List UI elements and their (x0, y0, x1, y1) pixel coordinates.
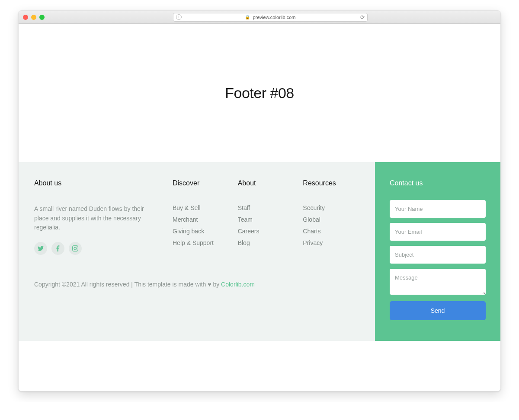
contact-panel: Contact us Send (375, 162, 500, 341)
reload-icon[interactable]: ⟳ (360, 14, 365, 20)
link-blog[interactable]: Blog (238, 239, 250, 246)
close-icon[interactable] (23, 15, 28, 20)
link-buy-sell[interactable]: Buy & Sell (173, 204, 201, 211)
link-careers[interactable]: Careers (238, 228, 260, 235)
hero: Footer #08 (19, 24, 500, 162)
link-charts[interactable]: Charts (303, 228, 320, 235)
discover-heading: Discover (173, 179, 229, 187)
link-team[interactable]: Team (238, 216, 253, 223)
subject-input[interactable] (390, 246, 486, 264)
about-heading: About us (34, 179, 155, 187)
link-global[interactable]: Global (303, 216, 320, 223)
page-title: Footer #08 (225, 85, 294, 102)
facebook-icon[interactable] (51, 242, 64, 255)
colorlib-link[interactable]: Colorlib.com (221, 281, 255, 288)
message-input[interactable] (390, 269, 486, 295)
copyright-pre: Copyright ©2021 All rights reserved | Th… (34, 281, 208, 288)
about-column: About us A small river named Duden flows… (34, 179, 164, 255)
about-links-column: About Staff Team Careers Blog (238, 179, 295, 255)
social-links (34, 242, 155, 255)
copyright-mid: by (211, 281, 221, 288)
resources-heading: Resources (303, 179, 359, 187)
heart-icon: ♥ (208, 281, 211, 288)
minimize-icon[interactable] (31, 15, 36, 20)
link-help-support[interactable]: Help & Support (173, 239, 214, 246)
viewport: Footer #08 About us A small river named … (19, 24, 500, 391)
link-privacy[interactable]: Privacy (303, 239, 323, 246)
discover-column: Discover Buy & Sell Merchant Giving back… (173, 179, 229, 255)
maximize-icon[interactable] (39, 15, 45, 20)
browser-window: + 🔒 preview.colorlib.com ⟳ + Footer #08 … (18, 10, 501, 391)
link-security[interactable]: Security (303, 204, 325, 211)
instagram-icon[interactable] (69, 242, 82, 255)
reader-icon[interactable]: + (176, 14, 182, 20)
url-text: preview.colorlib.com (253, 15, 295, 20)
link-giving-back[interactable]: Giving back (173, 228, 204, 235)
twitter-icon[interactable] (34, 242, 47, 255)
copyright: Copyright ©2021 All rights reserved | Th… (34, 281, 359, 288)
about-text: A small river named Duden flows by their… (34, 204, 155, 232)
lock-icon: 🔒 (245, 15, 250, 19)
address-bar[interactable]: + 🔒 preview.colorlib.com ⟳ (173, 13, 368, 22)
contact-heading: Contact us (390, 179, 486, 187)
titlebar: + 🔒 preview.colorlib.com ⟳ + (19, 11, 500, 24)
email-input[interactable] (390, 223, 486, 241)
resources-column: Resources Security Global Charts Privacy (303, 179, 359, 255)
window-controls (23, 15, 45, 20)
name-input[interactable] (390, 200, 486, 218)
about-links-heading: About (238, 179, 295, 187)
link-staff[interactable]: Staff (238, 204, 250, 211)
link-merchant[interactable]: Merchant (173, 216, 198, 223)
footer-main: About us A small river named Duden flows… (19, 162, 375, 341)
footer: About us A small river named Duden flows… (19, 162, 500, 341)
send-button[interactable]: Send (390, 301, 486, 320)
